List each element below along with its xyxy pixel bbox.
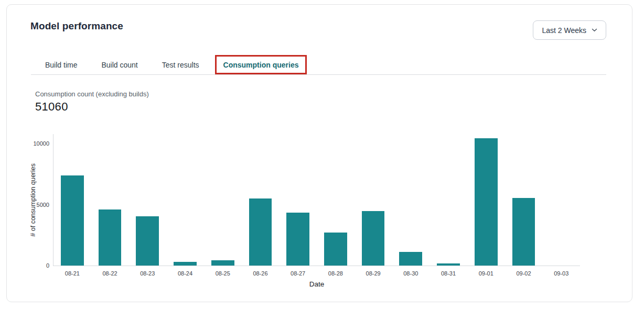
header: Model performance Last 2 Weeks (30, 20, 606, 40)
x-tick-08-29: 08-29 (355, 270, 392, 277)
x-tick-08-24: 08-24 (166, 270, 204, 277)
x-tick-08-21: 08-21 (53, 270, 91, 277)
bar-slot-08-23 (128, 134, 166, 266)
bar-08-21[interactable] (61, 175, 84, 266)
bar-slot-08-22 (91, 134, 129, 266)
x-tick-08-31: 08-31 (430, 270, 467, 277)
x-tick-08-26: 08-26 (242, 270, 280, 277)
date-range-value: Last 2 Weeks (542, 26, 586, 35)
x-axis-ticks: 08-2108-2208-2308-2408-2508-2608-2708-28… (53, 266, 580, 277)
bar-08-27[interactable] (286, 213, 309, 266)
tabs-divider (31, 74, 606, 75)
y-axis-title-wrap: # of consumption queries (29, 134, 37, 266)
bar-slot-08-21 (53, 134, 91, 266)
bar-slot-08-24 (166, 134, 204, 266)
tab-consumption-queries[interactable]: Consumption queries (223, 61, 299, 69)
bar-08-26[interactable] (249, 198, 272, 266)
x-tick-08-30: 08-30 (392, 270, 430, 277)
page-title: Model performance (30, 20, 123, 32)
x-axis-title: Date (53, 280, 580, 288)
bar-slot-09-01 (467, 134, 505, 266)
y-tick-10000: 10000 (33, 140, 49, 147)
y-tick-5000: 5000 (37, 202, 49, 208)
metric-label: Consumption count (excluding builds) (35, 90, 149, 98)
bar-slot-09-02 (505, 134, 543, 266)
tab-build-time[interactable]: Build time (45, 61, 77, 69)
chevron-down-icon (592, 28, 597, 32)
bar-slot-08-30 (392, 134, 430, 266)
tab-test-results[interactable]: Test results (162, 61, 199, 69)
date-range-dropdown[interactable]: Last 2 Weeks (533, 20, 606, 40)
bar-08-29[interactable] (362, 211, 385, 266)
bar-08-28[interactable] (324, 233, 347, 266)
tab-build-count[interactable]: Build count (101, 61, 137, 69)
tab-bar: Build time Build count Test results Cons… (45, 55, 298, 74)
x-tick-09-02: 09-02 (505, 270, 543, 277)
y-tick-0: 0 (46, 262, 49, 269)
bar-slot-08-29 (355, 134, 392, 266)
metric-value: 51060 (35, 100, 149, 114)
bar-slot-09-03 (542, 134, 580, 266)
model-performance-card: Model performance Last 2 Weeks Build tim… (6, 4, 632, 302)
bar-slot-08-31 (430, 134, 467, 266)
x-tick-09-03: 09-03 (542, 270, 580, 277)
bar-08-22[interactable] (99, 209, 122, 266)
bar-slot-08-28 (317, 134, 355, 266)
bar-08-30[interactable] (399, 252, 422, 266)
bar-08-23[interactable] (136, 216, 159, 266)
bar-slot-08-26 (242, 134, 280, 266)
x-tick-08-23: 08-23 (128, 270, 166, 277)
x-tick-08-27: 08-27 (279, 270, 317, 277)
bar-slot-08-27 (279, 134, 317, 266)
metric-block: Consumption count (excluding builds) 510… (35, 90, 149, 114)
bar-08-25[interactable] (211, 260, 234, 266)
bar-slot-08-25 (204, 134, 242, 266)
bar-09-02[interactable] (512, 198, 535, 266)
y-axis-title: # of consumption queries (29, 163, 37, 237)
x-tick-08-28: 08-28 (317, 270, 355, 277)
x-tick-08-25: 08-25 (204, 270, 242, 277)
x-tick-09-01: 09-01 (467, 270, 505, 277)
bars-container (53, 134, 580, 266)
bar-09-01[interactable] (475, 138, 498, 266)
x-tick-08-22: 08-22 (91, 270, 129, 277)
consumption-bar-chart: # of consumption queries 0500010000 08-2… (53, 134, 580, 266)
annotation-highlight-box: Consumption queries (215, 55, 307, 74)
